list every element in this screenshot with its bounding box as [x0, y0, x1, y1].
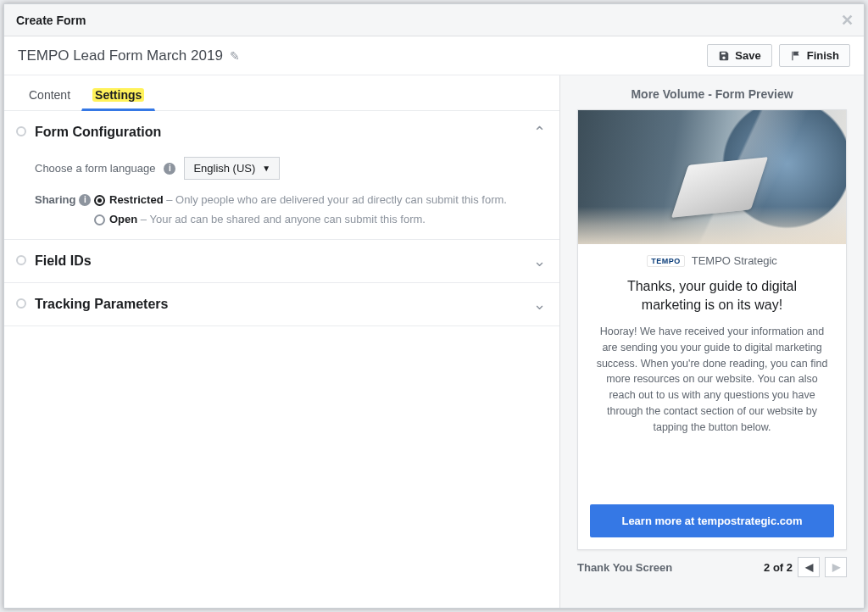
section-title-config: Form Configuration: [35, 125, 161, 140]
left-pane: Content Settings Form Configuration ⌃ Ch…: [4, 75, 560, 608]
preview-card: TEMPO TEMPO Strategic Thanks, your guide…: [577, 109, 847, 550]
section-title-tracking: Tracking Parameters: [35, 297, 168, 312]
page-total: 2: [787, 561, 793, 574]
preview-body: Hooray! We have received your informatio…: [578, 324, 846, 450]
chevron-down-icon: ⌄: [533, 295, 546, 314]
section-field-ids: Field IDs ⌄: [4, 240, 559, 283]
section-form-configuration: Form Configuration ⌃ Choose a form langu…: [4, 111, 559, 240]
option-restricted[interactable]: Restricted – Only people who are deliver…: [109, 193, 546, 206]
header-actions: Save Finish: [707, 44, 850, 67]
tab-bar: Content Settings: [4, 75, 559, 111]
section-body-config: Choose a form language i English (US) ▼ …: [35, 142, 546, 225]
section-status-icon: [16, 298, 26, 309]
section-head-fieldids[interactable]: Field IDs ⌄: [35, 252, 546, 270]
form-name-text: TEMPO Lead Form March 2019: [18, 47, 223, 64]
option-open-name: Open: [109, 213, 137, 225]
radio-open[interactable]: [94, 214, 105, 225]
option-open[interactable]: Open – Your ad can be shared and anyone …: [109, 213, 546, 225]
tab-content[interactable]: Content: [18, 79, 81, 111]
form-header: TEMPO Lead Form March 2019 ✎ Save Finish: [4, 36, 864, 75]
preview-hero-image: [578, 110, 846, 244]
preview-cta-button[interactable]: Learn more at tempostrategic.com: [590, 504, 834, 537]
form-name-row: TEMPO Lead Form March 2019 ✎: [18, 47, 240, 64]
page-indicator: 2 of 2: [764, 561, 793, 574]
info-icon[interactable]: i: [164, 163, 175, 175]
chevron-up-icon: ⌃: [533, 123, 546, 142]
caret-down-icon: ▼: [262, 164, 270, 173]
brand-logo: TEMPO: [647, 255, 685, 267]
chevron-down-icon: ⌄: [533, 252, 546, 270]
language-row: Choose a form language i English (US) ▼: [35, 157, 546, 180]
language-value: English (US): [193, 162, 255, 175]
close-icon[interactable]: ✕: [841, 11, 854, 30]
modal-title: Create Form: [16, 14, 86, 27]
sharing-group: Sharing i Restricted – Only people who a…: [35, 193, 546, 225]
save-icon: [718, 50, 730, 62]
preview-headline: Thanks, your guide to digital marketing …: [578, 270, 846, 324]
radio-restricted[interactable]: [94, 195, 105, 206]
brand-name: TEMPO Strategic: [692, 254, 777, 267]
modal-titlebar: Create Form ✕: [4, 4, 864, 36]
info-icon[interactable]: i: [79, 194, 91, 206]
page-current: 2: [764, 561, 770, 574]
option-restricted-name: Restricted: [109, 193, 164, 206]
create-form-modal: Create Form ✕ TEMPO Lead Form March 2019…: [3, 3, 865, 609]
section-head-tracking[interactable]: Tracking Parameters ⌄: [35, 295, 546, 314]
prev-page-button[interactable]: ◀: [798, 557, 820, 577]
tab-content-label: Content: [29, 88, 70, 102]
section-head-config[interactable]: Form Configuration ⌃: [35, 123, 546, 142]
tab-settings[interactable]: Settings: [81, 79, 155, 111]
option-open-desc: – Your ad can be shared and anyone can s…: [137, 213, 426, 225]
next-page-button[interactable]: ▶: [825, 557, 847, 577]
language-select[interactable]: English (US) ▼: [184, 157, 280, 180]
section-status-icon: [16, 126, 26, 136]
pencil-icon[interactable]: ✎: [230, 49, 240, 63]
tab-settings-label: Settings: [92, 88, 144, 102]
finish-button[interactable]: Finish: [779, 44, 850, 67]
preview-footer-label: Thank You Screen: [577, 561, 672, 574]
modal-body: Content Settings Form Configuration ⌃ Ch…: [4, 75, 864, 608]
section-tracking: Tracking Parameters ⌄: [4, 283, 559, 326]
preview-brand: TEMPO TEMPO Strategic: [578, 244, 846, 270]
preview-pane: More Volume - Form Preview TEMPO TEMPO S…: [560, 75, 864, 608]
finish-label: Finish: [807, 49, 839, 62]
section-title-fieldids: Field IDs: [35, 253, 92, 269]
save-label: Save: [735, 49, 760, 62]
flag-icon: [790, 50, 802, 62]
sharing-label: Sharing i: [35, 193, 94, 206]
save-button[interactable]: Save: [707, 44, 771, 67]
option-restricted-desc: – Only people who are delivered your ad …: [164, 193, 507, 206]
section-status-icon: [16, 255, 26, 265]
language-label: Choose a form language: [35, 162, 155, 175]
preview-pager: 2 of 2 ◀ ▶: [764, 557, 847, 577]
sharing-label-text: Sharing: [35, 193, 75, 206]
preview-footer: Thank You Screen 2 of 2 ◀ ▶: [577, 550, 847, 577]
preview-header: More Volume - Form Preview: [631, 87, 793, 101]
